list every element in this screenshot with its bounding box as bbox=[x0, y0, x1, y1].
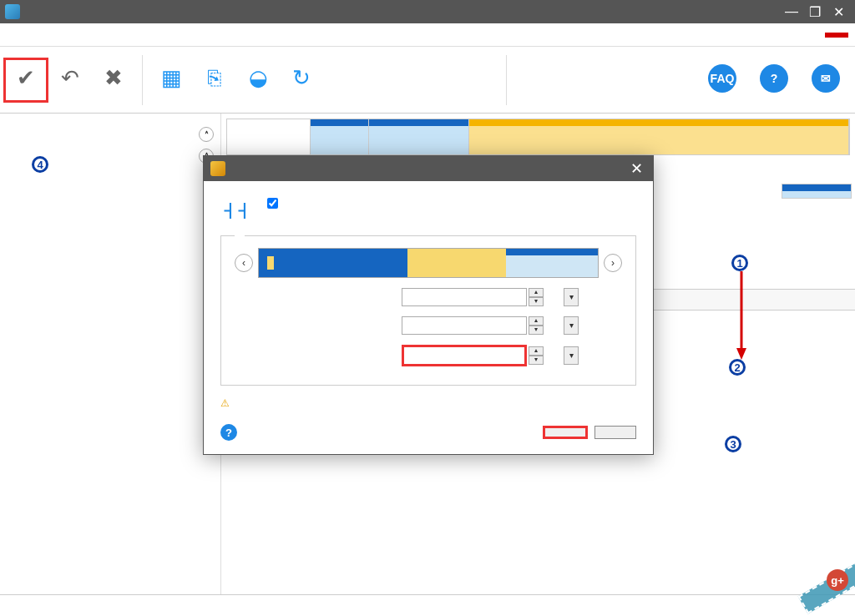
unit-dropdown[interactable]: ▾ bbox=[564, 316, 579, 335]
undo-icon: ↶ bbox=[57, 65, 83, 92]
app-icon bbox=[5, 4, 20, 19]
manual-button[interactable]: ? bbox=[748, 61, 800, 99]
group-change-partition: ˄ bbox=[7, 127, 214, 142]
discard-icon: ✖ bbox=[100, 65, 127, 92]
partition-size-input[interactable] bbox=[402, 316, 527, 335]
brand-logo bbox=[825, 33, 848, 38]
enhanced-mode-checkbox[interactable] bbox=[267, 198, 283, 209]
close-button[interactable]: ✕ bbox=[827, 4, 850, 20]
menu-disk[interactable] bbox=[47, 32, 67, 38]
undo-button[interactable]: ↶ bbox=[48, 62, 92, 98]
menu-help[interactable] bbox=[127, 32, 147, 38]
unallocated-after-input[interactable] bbox=[402, 345, 527, 366]
after-spinner[interactable]: ▴▾ bbox=[529, 346, 544, 365]
callout-1: 1 bbox=[731, 255, 748, 271]
titlebar: — ❐ ✕ bbox=[0, 0, 855, 23]
mail-icon: ✉ bbox=[812, 64, 840, 93]
copy-partition-icon: ⎘ bbox=[201, 65, 228, 92]
ok-button[interactable] bbox=[543, 426, 588, 439]
contact-button[interactable]: ✉ bbox=[800, 61, 852, 99]
check-icon: ✔ bbox=[13, 65, 39, 92]
help-icon[interactable]: ? bbox=[220, 424, 237, 441]
backup-warning bbox=[220, 397, 636, 409]
sidebar: ˄ ˄ bbox=[0, 114, 221, 594]
svg-marker-1 bbox=[736, 348, 746, 360]
faq-icon: FAQ bbox=[708, 64, 736, 93]
partition-c[interactable] bbox=[369, 119, 469, 154]
apply-button[interactable]: ✔ bbox=[3, 58, 48, 103]
sliders-icon: ⫞⫞ bbox=[220, 193, 257, 225]
menubar bbox=[0, 23, 855, 47]
move-resize-dialog: ✕ ⫞⫞ ‹ › ▴▾ ▾ bbox=[203, 155, 654, 455]
menu-view[interactable] bbox=[27, 32, 47, 38]
maximize-button[interactable]: ❐ bbox=[803, 4, 827, 20]
discard-button[interactable]: ✖ bbox=[92, 62, 135, 98]
before-spinner[interactable]: ▴▾ bbox=[529, 288, 544, 306]
usb-boot-tile[interactable] bbox=[782, 184, 852, 199]
gplus-icon: g+ bbox=[827, 569, 848, 591]
copy-disk-icon: ◒ bbox=[245, 65, 271, 92]
size-slider[interactable] bbox=[258, 248, 599, 278]
recovery-icon: ↻ bbox=[288, 65, 315, 92]
unit-dropdown[interactable]: ▾ bbox=[564, 288, 579, 306]
partition-recovery-button[interactable]: ↻ bbox=[280, 62, 323, 98]
size-spinner[interactable]: ▴▾ bbox=[529, 316, 544, 335]
help-icon: ? bbox=[760, 64, 788, 93]
callout-3: 3 bbox=[725, 436, 741, 452]
partition-d[interactable] bbox=[469, 119, 849, 154]
size-location-fieldset: ‹ › ▴▾ ▾ ▴▾ ▾ ▴▾ ▾ bbox=[220, 235, 636, 386]
slider-right-button[interactable]: › bbox=[604, 254, 622, 272]
dialog-titlebar[interactable]: ✕ bbox=[204, 156, 653, 181]
faq-button[interactable]: FAQ bbox=[696, 61, 748, 99]
unit-dropdown[interactable]: ▾ bbox=[564, 346, 579, 365]
copy-partition-button[interactable]: ⎘ bbox=[193, 62, 236, 98]
arrow-annotation bbox=[735, 271, 751, 361]
minimize-button[interactable]: — bbox=[780, 4, 803, 19]
migrate-icon: ▦ bbox=[158, 65, 185, 92]
menu-general[interactable] bbox=[7, 32, 27, 38]
disk-map bbox=[226, 119, 850, 155]
dialog-close-button[interactable]: ✕ bbox=[627, 159, 646, 178]
migrate-button[interactable]: ▦ bbox=[149, 62, 193, 98]
toolbar: ✔ ↶ ✖ ▦ ⎘ ◒ ↻ FAQ ? ✉ bbox=[0, 47, 855, 114]
partition-e[interactable] bbox=[311, 119, 369, 154]
dialog-icon bbox=[210, 161, 225, 176]
slider-left-button[interactable]: ‹ bbox=[235, 254, 253, 272]
menu-dynamic-disk[interactable] bbox=[87, 32, 107, 38]
menu-wizard[interactable] bbox=[107, 32, 127, 38]
disk-label bbox=[227, 119, 311, 154]
cancel-button[interactable] bbox=[594, 426, 636, 439]
menu-partition[interactable] bbox=[67, 32, 87, 38]
callout-4: 4 bbox=[32, 156, 48, 173]
chevron-up-icon[interactable]: ˄ bbox=[199, 127, 214, 142]
unallocated-before-input[interactable] bbox=[402, 288, 527, 306]
callout-2: 2 bbox=[729, 359, 746, 376]
legend bbox=[0, 594, 855, 616]
copy-disk-button[interactable]: ◒ bbox=[236, 62, 280, 98]
